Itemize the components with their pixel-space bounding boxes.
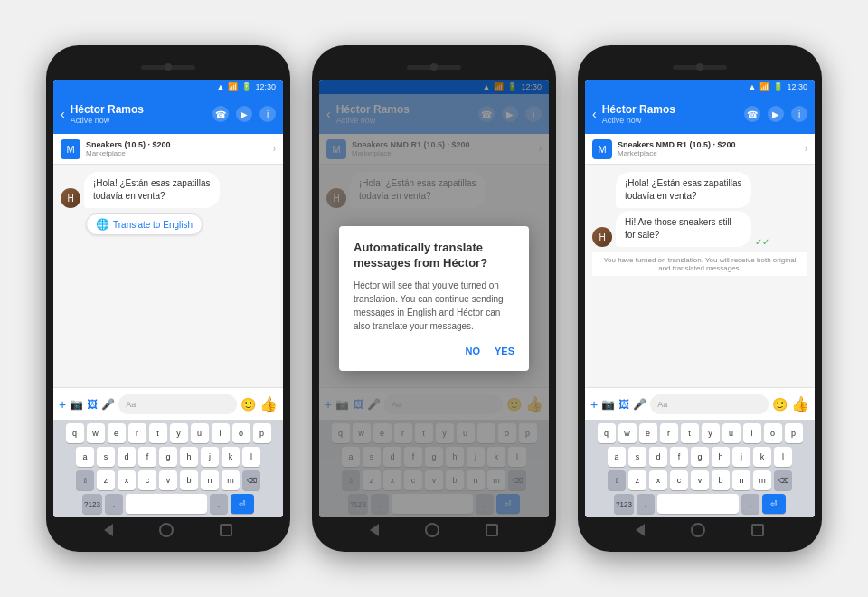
wifi-icon-3: 📶 bbox=[760, 82, 769, 91]
signal-icon-3: ▲ bbox=[749, 82, 757, 91]
plus-icon-3[interactable]: + bbox=[590, 397, 598, 412]
phone-1: ▲ 📶 🔋 12:30 ‹ Héctor Ramos Active now ☎ … bbox=[46, 45, 290, 552]
key-period[interactable]: . bbox=[210, 494, 228, 514]
camera-dot-3 bbox=[696, 63, 703, 71]
like-icon-3[interactable]: 👍 bbox=[791, 395, 809, 412]
key-g[interactable]: g bbox=[159, 447, 177, 467]
key-z[interactable]: z bbox=[97, 470, 115, 490]
key-sym[interactable]: ?123 bbox=[82, 494, 102, 514]
battery-icon: 🔋 bbox=[241, 82, 251, 91]
chat-area-3: H ¡Hola! ¿Están esas zapatillas todavía … bbox=[585, 165, 815, 387]
like-icon-1[interactable]: 👍 bbox=[259, 395, 278, 412]
back-button-3[interactable]: ‹ bbox=[592, 107, 597, 121]
nav-back-1[interactable] bbox=[104, 524, 113, 536]
phone-call-icon-3[interactable]: ☎ bbox=[744, 106, 760, 122]
messenger-header-1: ‹ Héctor Ramos Active now ☎ ▶ i bbox=[53, 94, 283, 134]
key-shift[interactable]: ⇧ bbox=[76, 470, 94, 490]
messenger-header-3: ‹ Héctor Ramos Active now ☎ ▶ i bbox=[585, 94, 815, 134]
mic-icon-3[interactable]: 🎤 bbox=[633, 398, 646, 411]
nav-recents-2[interactable] bbox=[486, 524, 498, 536]
time-display-3: 12:30 bbox=[787, 82, 807, 91]
key-e[interactable]: e bbox=[108, 423, 126, 443]
video-call-icon-3[interactable]: ▶ bbox=[768, 106, 784, 122]
text-input-3[interactable]: Aa bbox=[650, 394, 769, 414]
key-q[interactable]: q bbox=[66, 423, 84, 443]
modal-no-button[interactable]: NO bbox=[465, 346, 480, 356]
phone-call-icon[interactable]: ☎ bbox=[212, 106, 229, 122]
contact-info-1: Héctor Ramos Active now bbox=[71, 103, 207, 125]
key-o[interactable]: o bbox=[232, 423, 250, 443]
key-w[interactable]: w bbox=[87, 423, 105, 443]
key-s[interactable]: s bbox=[97, 447, 115, 467]
key-h[interactable]: h bbox=[180, 447, 198, 467]
phone-top-bar-1 bbox=[53, 54, 283, 80]
chat-area-1: H ¡Hola! ¿Están esas zapatillas todavía … bbox=[53, 165, 283, 387]
nav-home-1[interactable] bbox=[159, 523, 174, 537]
marketplace-bar-1[interactable]: M Sneakers (10.5) · $200 Marketplace › bbox=[53, 134, 283, 165]
incoming-bubble-1: ¡Hola! ¿Están esas zapatillas todavía en… bbox=[84, 172, 220, 208]
camera-icon-1[interactable]: 📷 bbox=[70, 398, 83, 411]
marketplace-bar-3[interactable]: M Sneakers NMD R1 (10.5) · $200 Marketpl… bbox=[585, 134, 815, 165]
key-u[interactable]: u bbox=[191, 423, 209, 443]
video-call-icon[interactable]: ▶ bbox=[236, 106, 252, 122]
input-bar-1: + 📷 🖼 🎤 Aa 🙂 👍 bbox=[53, 387, 283, 420]
contact-status-1: Active now bbox=[71, 116, 207, 125]
phone-top-bar-2 bbox=[319, 54, 549, 80]
key-d[interactable]: d bbox=[118, 447, 136, 467]
nav-recents-1[interactable] bbox=[220, 524, 232, 536]
battery-icon-3: 🔋 bbox=[773, 82, 783, 91]
marketplace-title-1: Sneakers (10.5) · $200 bbox=[86, 140, 268, 149]
back-button-1[interactable]: ‹ bbox=[61, 107, 65, 121]
modal-title: Automatically translate messages from Hé… bbox=[354, 241, 514, 271]
key-delete[interactable]: ⌫ bbox=[242, 470, 260, 490]
status-bar-3: ▲ 📶 🔋 12:30 bbox=[585, 80, 815, 94]
key-y[interactable]: y bbox=[170, 423, 188, 443]
key-p[interactable]: p bbox=[253, 423, 271, 443]
key-t[interactable]: t bbox=[149, 423, 167, 443]
modal-body: Héctor will see that you've turned on tr… bbox=[354, 279, 514, 333]
phone-bottom-bar-2 bbox=[319, 517, 549, 543]
info-icon[interactable]: i bbox=[259, 106, 276, 122]
incoming-bubble-original-3: ¡Hola! ¿Están esas zapatillas todavía en… bbox=[616, 172, 751, 208]
key-f[interactable]: f bbox=[138, 447, 156, 467]
plus-icon-1[interactable]: + bbox=[59, 397, 66, 412]
phone-3: ▲ 📶 🔋 12:30 ‹ Héctor Ramos Active now ☎ … bbox=[578, 45, 822, 552]
info-icon-3[interactable]: i bbox=[791, 106, 807, 122]
signal-icon: ▲ bbox=[217, 82, 225, 91]
key-b[interactable]: b bbox=[180, 470, 198, 490]
key-r[interactable]: r bbox=[128, 423, 146, 443]
key-n[interactable]: n bbox=[201, 470, 219, 490]
marketplace-title-3: Sneakers NMD R1 (10.5) · $200 bbox=[618, 140, 799, 149]
translate-button-1[interactable]: 🌐 Translate to English bbox=[86, 213, 203, 235]
key-m[interactable]: m bbox=[222, 470, 240, 490]
key-space[interactable] bbox=[126, 494, 207, 514]
key-enter[interactable]: ⏎ bbox=[231, 494, 254, 514]
emoji-icon-3[interactable]: 🙂 bbox=[772, 397, 788, 412]
text-input-1[interactable]: Aa bbox=[118, 394, 237, 414]
key-x[interactable]: x bbox=[118, 470, 136, 490]
nav-back-2[interactable] bbox=[370, 524, 379, 536]
nav-back-3[interactable] bbox=[636, 524, 645, 536]
nav-recents-3[interactable] bbox=[751, 524, 764, 536]
nav-home-2[interactable] bbox=[425, 523, 439, 537]
modal-actions: NO YES bbox=[354, 346, 514, 356]
modal-yes-button[interactable]: YES bbox=[495, 346, 514, 356]
image-icon-1[interactable]: 🖼 bbox=[87, 398, 98, 411]
camera-icon-3[interactable]: 📷 bbox=[601, 398, 615, 411]
key-c[interactable]: c bbox=[138, 470, 156, 490]
key-i[interactable]: i bbox=[212, 423, 230, 443]
key-j[interactable]: j bbox=[201, 447, 219, 467]
key-v[interactable]: v bbox=[159, 470, 177, 490]
key-k[interactable]: k bbox=[222, 447, 240, 467]
key-comma[interactable]: , bbox=[105, 494, 123, 514]
avatar-1: H bbox=[61, 188, 80, 208]
nav-home-3[interactable] bbox=[691, 523, 705, 537]
contact-name-1: Héctor Ramos bbox=[71, 103, 207, 116]
emoji-icon-1[interactable]: 🙂 bbox=[241, 397, 256, 412]
mic-icon-1[interactable]: 🎤 bbox=[101, 398, 115, 411]
key-l[interactable]: l bbox=[242, 447, 260, 467]
image-icon-3[interactable]: 🖼 bbox=[618, 398, 629, 411]
keyboard-3: qwertyuiop asdfghjkl ⇧zxcvbnm⌫ ?123,.⏎ bbox=[585, 420, 815, 517]
key-a[interactable]: a bbox=[76, 447, 94, 467]
contact-info-3: Héctor Ramos Active now bbox=[602, 103, 739, 125]
